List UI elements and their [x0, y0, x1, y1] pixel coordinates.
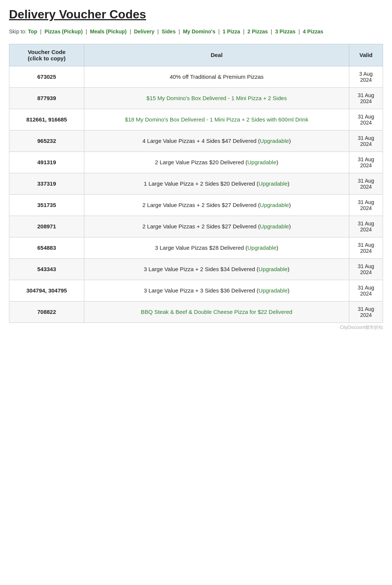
table-row: 5433433 Large Value Pizza + 2 Sides $34 …	[9, 258, 383, 280]
separator: |	[130, 28, 131, 34]
separator: |	[85, 28, 87, 34]
separator: |	[179, 28, 180, 34]
deal-description: 3 Large Value Pizza + 3 Sides $36 Delive…	[84, 280, 349, 301]
separator: |	[40, 28, 42, 34]
col-header-valid: Valid	[349, 44, 383, 66]
voucher-table: Voucher Code(click to copy) Deal Valid 6…	[9, 44, 383, 323]
col-header-code[interactable]: Voucher Code(click to copy)	[9, 44, 84, 66]
valid-date: 31 Aug2024	[349, 301, 383, 322]
valid-date: 31 Aug2024	[349, 173, 383, 194]
table-row: 3373191 Large Value Pizza + 2 Sides $20 …	[9, 173, 383, 194]
voucher-code[interactable]: 673025	[9, 66, 84, 87]
separator: |	[243, 28, 245, 34]
separator: |	[299, 28, 300, 34]
voucher-code[interactable]: 654883	[9, 237, 84, 258]
skip-link-1-pizza[interactable]: 1 Pizza	[223, 28, 240, 34]
voucher-code[interactable]: 351735	[9, 194, 84, 216]
skip-link-sides[interactable]: Sides	[162, 28, 175, 34]
deal-description: 2 Large Value Pizzas $20 Delivered (Upgr…	[84, 152, 349, 173]
table-row: 9652324 Large Value Pizzas + 4 Sides $47…	[9, 130, 383, 152]
voucher-code[interactable]: 812661, 916685	[9, 109, 84, 130]
col-header-deal: Deal	[84, 44, 349, 66]
watermark: · CityDiscount都市折扣	[9, 324, 383, 331]
table-row: 708822BBQ Steak & Beef & Double Cheese P…	[9, 301, 383, 322]
valid-date: 31 Aug2024	[349, 130, 383, 152]
separator: |	[218, 28, 220, 34]
skip-link-meals-pickup[interactable]: Meals (Pickup)	[90, 28, 127, 34]
voucher-code[interactable]: 304794, 304795	[9, 280, 84, 301]
skip-link-4-pizzas[interactable]: 4 Pizzas	[303, 28, 323, 34]
table-row: 6548833 Large Value Pizzas $28 Delivered…	[9, 237, 383, 258]
deal-description: 3 Large Value Pizza + 2 Sides $34 Delive…	[84, 258, 349, 280]
deal-description: 40% off Traditional & Premium Pizzas	[84, 66, 349, 87]
deal-description: BBQ Steak & Beef & Double Cheese Pizza f…	[84, 301, 349, 322]
table-row: 812661, 916685$18 My Domino's Box Delive…	[9, 109, 383, 130]
deal-description: 3 Large Value Pizzas $28 Delivered (Upgr…	[84, 237, 349, 258]
separator: |	[271, 28, 272, 34]
deal-description: 2 Large Value Pizzas + 2 Sides $27 Deliv…	[84, 216, 349, 237]
deal-description: $15 My Domino's Box Delivered - 1 Mini P…	[84, 87, 349, 109]
voucher-code[interactable]: 877939	[9, 87, 84, 109]
voucher-code[interactable]: 208971	[9, 216, 84, 237]
table-row: 67302540% off Traditional & Premium Pizz…	[9, 66, 383, 87]
valid-date: 31 Aug2024	[349, 280, 383, 301]
table-row: 877939$15 My Domino's Box Delivered - 1 …	[9, 87, 383, 109]
page-title: Delivery Voucher Codes	[9, 8, 383, 21]
voucher-code[interactable]: 337319	[9, 173, 84, 194]
valid-date: 31 Aug2024	[349, 109, 383, 130]
voucher-code[interactable]: 491319	[9, 152, 84, 173]
valid-date: 31 Aug2024	[349, 216, 383, 237]
table-row: 3517352 Large Value Pizzas + 2 Sides $27…	[9, 194, 383, 216]
valid-date: 31 Aug2024	[349, 152, 383, 173]
voucher-code[interactable]: 965232	[9, 130, 84, 152]
separator: |	[157, 28, 159, 34]
deal-description: 4 Large Value Pizzas + 4 Sides $47 Deliv…	[84, 130, 349, 152]
valid-date: 3 Aug2024	[349, 66, 383, 87]
skip-link-delivery[interactable]: Delivery	[134, 28, 154, 34]
valid-date: 31 Aug2024	[349, 237, 383, 258]
skip-link-top[interactable]: Top	[28, 28, 37, 34]
deal-description: $18 My Domino's Box Delivered - 1 Mini P…	[84, 109, 349, 130]
table-row: 2089712 Large Value Pizzas + 2 Sides $27…	[9, 216, 383, 237]
deal-description: 1 Large Value Pizza + 2 Sides $20 Delive…	[84, 173, 349, 194]
valid-date: 31 Aug2024	[349, 87, 383, 109]
skip-link-3-pizzas[interactable]: 3 Pizzas	[275, 28, 295, 34]
voucher-code[interactable]: 543343	[9, 258, 84, 280]
table-row: 304794, 3047953 Large Value Pizza + 3 Si…	[9, 280, 383, 301]
valid-date: 31 Aug2024	[349, 194, 383, 216]
skip-label: Skip to:	[9, 28, 27, 34]
skip-link-2-pizzas[interactable]: 2 Pizzas	[247, 28, 268, 34]
voucher-code[interactable]: 708822	[9, 301, 84, 322]
table-header-row: Voucher Code(click to copy) Deal Valid	[9, 44, 383, 66]
valid-date: 31 Aug2024	[349, 258, 383, 280]
skip-link-pizzas-pickup[interactable]: Pizzas (Pickup)	[45, 28, 83, 34]
skip-link-my-dominos[interactable]: My Domino's	[183, 28, 215, 34]
skip-navigation: Skip to: Top | Pizzas (Pickup) | Meals (…	[9, 27, 383, 36]
table-row: 4913192 Large Value Pizzas $20 Delivered…	[9, 152, 383, 173]
deal-description: 2 Large Value Pizzas + 2 Sides $27 Deliv…	[84, 194, 349, 216]
